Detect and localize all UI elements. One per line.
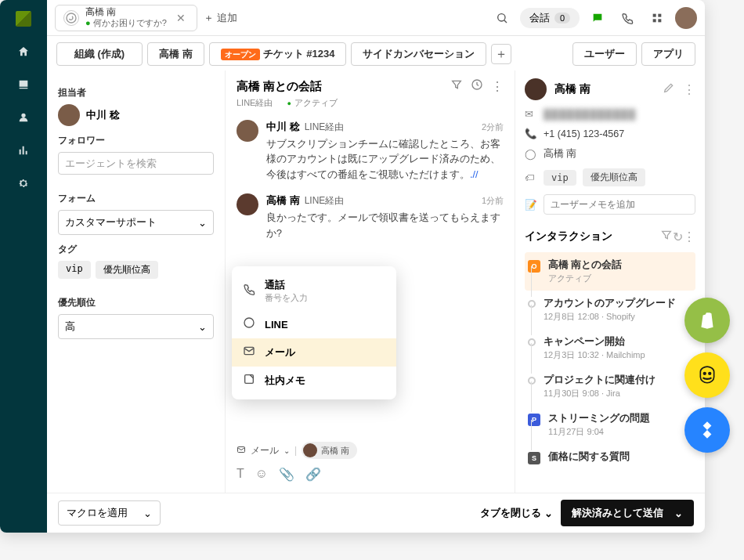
close-icon[interactable]: ✕ (173, 12, 189, 24)
tab-side-conv[interactable]: サイドカンバセーション (351, 42, 486, 66)
filter-icon[interactable] (660, 229, 673, 244)
timeline-dot (528, 338, 536, 346)
more-icon[interactable]: ⋮ (491, 79, 504, 94)
phone-icon[interactable] (616, 6, 639, 30)
user-note-input[interactable] (544, 194, 695, 215)
tab-org[interactable]: 組織 (作成) (56, 42, 143, 66)
assignee-avatar (58, 104, 80, 126)
channel-call[interactable]: 通話番号を入力 (232, 271, 396, 310)
apps-icon[interactable] (645, 6, 669, 30)
link-icon[interactable]: 🔗 (305, 467, 321, 482)
customer-phone: +1 (415) 123-4567 (544, 128, 624, 139)
customers-icon[interactable] (14, 108, 33, 127)
whatsapp-icon (63, 10, 79, 26)
context-tabs: 組織 (作成) 高橋 南 オープンチケット #1234 サイドカンバセーション … (47, 36, 705, 70)
tag-vip[interactable]: vip (58, 261, 91, 279)
mail-icon (243, 345, 257, 360)
interaction-timeline: O高橋 南との会話アクティブアカウントのアップグレード12月8日 12:08 ·… (525, 252, 695, 471)
chevron-down-icon: ⌄ (674, 508, 683, 519)
attachment-icon[interactable]: 📎 (279, 467, 294, 482)
assignee-label: 担当者 (58, 86, 214, 99)
mailchimp-icon[interactable] (684, 352, 730, 398)
history-icon[interactable] (471, 78, 483, 94)
phone-icon: 📞 (525, 128, 537, 139)
user-avatar[interactable] (675, 7, 697, 29)
logo-icon[interactable] (14, 9, 33, 28)
chevron-down-icon: ⌄ (544, 508, 553, 519)
jira-icon[interactable] (684, 407, 730, 453)
note-icon: 📝 (525, 199, 537, 211)
timeline-dot (528, 377, 536, 385)
phone-icon (243, 283, 257, 298)
agent-avatar (237, 120, 258, 142)
home-icon[interactable] (14, 42, 33, 61)
macro-button[interactable]: マクロを適用⌄ (58, 500, 161, 526)
emoji-icon[interactable]: ☺ (255, 467, 268, 482)
tab-ticket[interactable]: オープンチケット #1234 (209, 42, 347, 66)
refresh-icon[interactable]: ↻ (673, 229, 683, 244)
recipient-avatar (303, 443, 317, 457)
tab-app[interactable]: アプリ (641, 42, 695, 66)
whatsapp-icon (243, 316, 257, 332)
text-format-icon[interactable]: T (237, 467, 244, 482)
note-icon (243, 373, 257, 388)
svg-point-0 (67, 13, 76, 23)
chevron-down-icon: ⌄ (284, 446, 290, 455)
tag-priority[interactable]: 優先順位高 (96, 261, 158, 279)
recipient-chip[interactable]: 高橋 南 (302, 442, 357, 459)
timeline-item[interactable]: アカウントのアップグレード12月8日 12:08 · Shopify (525, 291, 695, 329)
shopify-icon[interactable] (684, 298, 730, 343)
more-icon[interactable]: ⋮ (683, 82, 695, 97)
priority-select[interactable]: 高⌄ (58, 314, 214, 339)
footer-bar: マクロを適用⌄ タブを閉じる ⌄ 解決済みとして送信⌄ (47, 493, 705, 533)
chevron-down-icon: ⌄ (198, 321, 207, 333)
interactions-title: インタラクション (525, 229, 660, 244)
timeline-item[interactable]: キャンペーン開始12月3日 10:32 · Mailchimp (525, 329, 695, 367)
edit-icon[interactable] (663, 81, 675, 97)
follower-input[interactable] (58, 152, 214, 175)
channel-mail[interactable]: メール (232, 338, 396, 367)
settings-icon[interactable] (14, 174, 33, 193)
svg-rect-2 (653, 13, 656, 16)
tab-user[interactable]: ユーザー (572, 42, 637, 66)
more-icon[interactable]: ⋮ (683, 229, 695, 244)
timeline-item[interactable]: O高橋 南との会話アクティブ (525, 252, 695, 291)
tab-customer[interactable]: 高橋 南 (147, 42, 204, 66)
conversation-panel: 高橋 南との会話 ⋮ LINE経由 アクティブ 中川 稔 LINE経由2分前 サ… (226, 70, 515, 493)
inbox-icon[interactable] (14, 75, 33, 94)
conversation-tab[interactable]: 高橋 南 ● 何かお困りですか? ✕ (55, 5, 197, 31)
timeline-badge: S (528, 452, 540, 464)
channel-note[interactable]: 社内メモ (232, 367, 396, 395)
customer-panel: 高橋 南 ⋮ ✉████████████ 📞+1 (415) 123-4567 … (515, 70, 705, 493)
composer-channel[interactable]: メール (251, 444, 279, 457)
follower-label: フォロワー (58, 134, 214, 147)
customer-name: 高橋 南 (554, 82, 655, 96)
message-item: 高橋 南 LINE経由1分前 良かったです。メールで領収書を送ってもらえますか? (237, 193, 504, 241)
tab-subtitle: 何かお困りですか? (93, 18, 167, 27)
search-icon[interactable] (490, 6, 514, 30)
nav-rail (0, 0, 47, 533)
mail-icon (237, 445, 246, 457)
whatsapp-icon: ◯ (525, 148, 537, 160)
submit-button[interactable]: 解決済みとして送信⌄ (561, 500, 694, 526)
conversation-title: 高橋 南との会話 (237, 79, 442, 94)
timeline-item[interactable]: S価格に関する質問 (525, 444, 695, 471)
add-tab-button[interactable]: ＋ 追加 (204, 11, 237, 25)
via-label: LINE経由 (237, 97, 273, 109)
form-select[interactable]: カスタマーサポート⌄ (58, 210, 214, 235)
channel-line[interactable]: LINE (232, 310, 396, 338)
add-context-button[interactable]: ＋ (491, 44, 511, 64)
customer-avatar (525, 78, 547, 100)
assignee-field[interactable]: 中川 稔 (58, 104, 214, 126)
filter-icon[interactable] (450, 78, 463, 94)
reports-icon[interactable] (14, 141, 33, 160)
timeline-item[interactable]: Pストリーミングの問題11月27日 9:04 (525, 406, 695, 444)
timeline-badge: P (528, 414, 540, 426)
chat-icon[interactable] (586, 6, 609, 30)
close-tab-button[interactable]: タブを閉じる ⌄ (480, 506, 553, 520)
svg-rect-4 (653, 19, 656, 22)
timeline-item[interactable]: プロジェクトに関連付け11月30日 9:08 · Jira (525, 367, 695, 406)
conversations-pill[interactable]: 会話 0 (520, 8, 580, 28)
channel-dropdown: 通話番号を入力 LINE メール 社内メモ (232, 266, 396, 399)
timeline-dot (528, 300, 536, 308)
